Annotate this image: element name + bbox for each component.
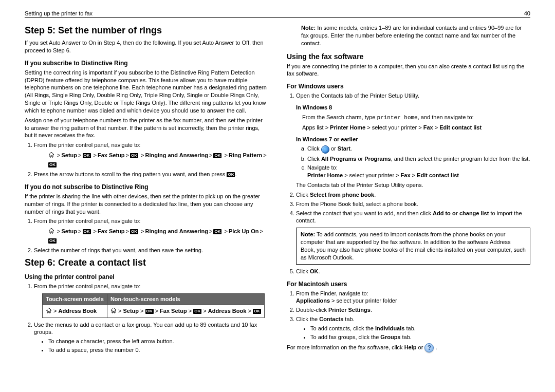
ok-icon: OK — [213, 153, 221, 158]
nav-path-2: >Setup>OK >Fax Setup>OK >Ringing and Ans… — [48, 227, 268, 245]
step6-heading: Step 6: Create a contact list — [25, 257, 268, 268]
mac-users-heading: For Macintosh users — [287, 281, 530, 288]
cp-bullet-1: To change a character, press the left ar… — [48, 338, 268, 345]
home-icon — [46, 307, 52, 315]
note-box: Note: To add contacts, you need to impor… — [296, 228, 530, 264]
no-distinctive-ring-heading: If you do not subscribe to Distinctive R… — [25, 183, 268, 191]
win8-nav: Apps list > Printer Home > select your p… — [302, 124, 530, 132]
help-icon: ? — [424, 343, 434, 352]
ok-icon: OK — [48, 238, 57, 244]
table-cell-nontouch: > Setup > OK > Fax Setup > OK > Address … — [107, 305, 264, 318]
ok-icon: OK — [83, 229, 91, 234]
ok-icon: OK — [130, 153, 138, 158]
distinctive-ring-p1: Setting the correct ring is important if… — [25, 69, 268, 115]
mac-step3: Click the Contacts tab. To add contacts,… — [296, 315, 530, 341]
mac-bullet-2: To add fax groups, click the Groups tab. — [310, 333, 530, 341]
windows-orb-icon — [321, 145, 329, 154]
fax-software-intro: If you are connecting the printer to a c… — [287, 63, 530, 78]
table-cell-touch: > Address Book — [43, 305, 107, 318]
mac-nav: Applications > select your printer folde… — [296, 297, 530, 305]
page-number: 40 — [524, 10, 530, 16]
right-column: Note: In some models, entries 1–89 are f… — [287, 22, 530, 356]
nav-path-1: >Setup>OK >Fax Setup>OK >Ringing and Ans… — [48, 151, 268, 169]
note-top: Note: In some models, entries 1–89 are f… — [301, 24, 530, 47]
win7-a: Click or Start. — [307, 145, 530, 153]
step5-intro: If you set Auto Answer to On in Step 4, … — [25, 39, 268, 54]
home-icon — [110, 307, 117, 315]
windows-users-heading: For Windows users — [287, 83, 530, 90]
win-step1: Open the Contacts tab of the Printer Set… — [296, 92, 530, 189]
win8-text: From the Search charm, type printer home… — [302, 114, 530, 122]
win7-nav: Printer Home > select your printer > Fax… — [307, 172, 530, 179]
table-header-touch: Touch‑screen models — [43, 293, 107, 305]
ok-icon: OK — [145, 309, 154, 314]
ok-icon: OK — [227, 172, 235, 177]
header-left: Setting up the printer to fax — [25, 10, 92, 16]
fax-software-heading: Using the fax software — [287, 52, 530, 61]
distinctive-ring-p2: Assign one of your telephone numbers to … — [25, 117, 268, 140]
win-step4: Select the contact that you want to add,… — [296, 210, 530, 265]
model-nav-table: Touch‑screen models Non‑touch‑screen mod… — [42, 293, 265, 318]
ok-icon: OK — [193, 309, 201, 314]
win7-b: Click All Programs or Programs, and then… — [307, 155, 530, 163]
win7-c: Navigate to: Printer Home > select your … — [307, 164, 530, 179]
contacts-tab-opens: The Contacts tab of the Printer Setup Ut… — [296, 181, 530, 189]
win-step5: Click OK. — [296, 268, 530, 275]
no-dr-p1: If the printer is sharing the line with … — [25, 193, 268, 216]
win8-heading: In Windows 8 — [296, 104, 530, 111]
ok-icon: OK — [130, 229, 138, 234]
cp-step1: From the printer control panel, navigate… — [34, 283, 268, 318]
footer-help: For more information on the fax software… — [287, 343, 530, 352]
mac-step1: From the Finder, navigate to: Applicatio… — [296, 290, 530, 305]
win-step2: Click Select from phone book. — [296, 191, 530, 199]
ndr-step2: Select the number of rings that you want… — [34, 247, 268, 254]
ndr-step1: From the printer control panel, navigate… — [34, 217, 268, 245]
cp-step2: Use the menus to add a contact or a fax … — [34, 321, 268, 354]
dr-step2: Press the arrow buttons to scroll to the… — [34, 171, 268, 178]
step5-heading: Step 5: Set the number of rings — [25, 25, 268, 36]
left-column: Step 5: Set the number of rings If you s… — [25, 22, 268, 356]
home-icon — [48, 228, 54, 236]
mac-bullet-1: To add contacts, click the Individuals t… — [310, 325, 530, 332]
distinctive-ring-heading: If you subscribe to Distinctive Ring — [25, 60, 268, 67]
page-header: Setting up the printer to fax 40 — [25, 10, 530, 18]
home-icon — [48, 152, 54, 160]
ok-icon: OK — [83, 153, 91, 158]
win-step3: From the Phone Book field, select a phon… — [296, 200, 530, 208]
mac-step2: Double‑click Printer Settings. — [296, 306, 530, 314]
ok-icon: OK — [213, 229, 221, 234]
control-panel-heading: Using the printer control panel — [25, 273, 268, 281]
table-header-nontouch: Non‑touch‑screen models — [107, 293, 264, 305]
ok-icon: OK — [253, 309, 261, 314]
cp-bullet-2: To add a space, press the number 0. — [48, 346, 268, 354]
dr-step1: From the printer control panel, navigate… — [34, 141, 268, 169]
ok-icon: OK — [48, 162, 57, 167]
win7-heading: In Windows 7 or earlier — [296, 136, 530, 143]
